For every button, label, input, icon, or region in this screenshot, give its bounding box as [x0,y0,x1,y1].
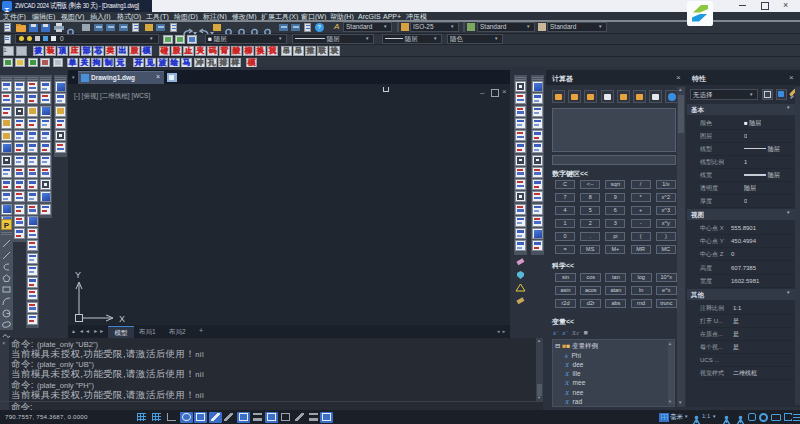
svg-text:X: X [119,314,125,324]
svg-text:Y: Y [75,270,81,280]
